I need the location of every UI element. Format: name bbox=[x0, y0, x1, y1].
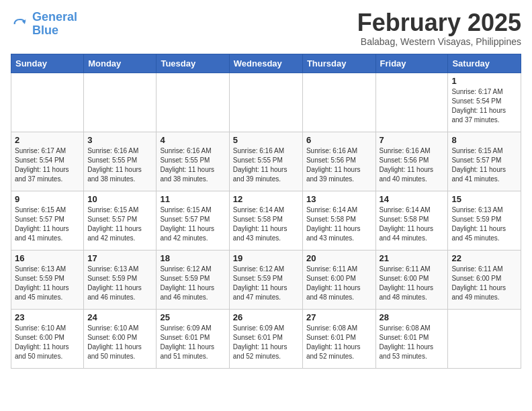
day-number: 2 bbox=[15, 135, 80, 145]
calendar-cell bbox=[11, 73, 84, 132]
day-number: 13 bbox=[306, 194, 372, 204]
day-info: Sunrise: 6:08 AM Sunset: 6:01 PM Dayligh… bbox=[306, 324, 372, 361]
calendar-cell: 8Sunrise: 6:15 AM Sunset: 5:57 PM Daylig… bbox=[448, 132, 521, 191]
weekday-header-saturday: Saturday bbox=[448, 54, 521, 73]
calendar-week-5: 23Sunrise: 6:10 AM Sunset: 6:00 PM Dayli… bbox=[11, 310, 521, 369]
day-info: Sunrise: 6:16 AM Sunset: 5:55 PM Dayligh… bbox=[160, 146, 225, 184]
calendar-cell bbox=[84, 73, 157, 132]
calendar-cell: 28Sunrise: 6:08 AM Sunset: 6:01 PM Dayli… bbox=[375, 310, 448, 369]
day-number: 11 bbox=[160, 194, 225, 204]
calendar-cell: 6Sunrise: 6:16 AM Sunset: 5:56 PM Daylig… bbox=[302, 132, 375, 191]
calendar-cell: 20Sunrise: 6:11 AM Sunset: 6:00 PM Dayli… bbox=[302, 250, 375, 310]
day-number: 15 bbox=[451, 194, 517, 204]
day-number: 26 bbox=[233, 312, 299, 322]
logo-icon bbox=[11, 15, 30, 34]
weekday-header-thursday: Thursday bbox=[302, 54, 375, 73]
day-info: Sunrise: 6:09 AM Sunset: 6:01 PM Dayligh… bbox=[160, 324, 225, 361]
day-number: 20 bbox=[306, 253, 372, 263]
day-info: Sunrise: 6:15 AM Sunset: 5:57 PM Dayligh… bbox=[15, 205, 80, 243]
day-number: 27 bbox=[306, 312, 372, 322]
day-info: Sunrise: 6:09 AM Sunset: 6:01 PM Dayligh… bbox=[233, 324, 299, 361]
weekday-header-row: SundayMondayTuesdayWednesdayThursdayFrid… bbox=[11, 54, 521, 73]
day-number: 4 bbox=[160, 135, 225, 145]
day-number: 3 bbox=[87, 135, 152, 145]
calendar-cell: 15Sunrise: 6:13 AM Sunset: 5:59 PM Dayli… bbox=[448, 191, 521, 250]
day-number: 16 bbox=[15, 253, 80, 263]
day-info: Sunrise: 6:11 AM Sunset: 6:00 PM Dayligh… bbox=[380, 265, 445, 302]
day-info: Sunrise: 6:14 AM Sunset: 5:58 PM Dayligh… bbox=[233, 205, 299, 243]
day-info: Sunrise: 6:15 AM Sunset: 5:57 PM Dayligh… bbox=[451, 146, 517, 184]
logo-text: General Blue bbox=[32, 11, 77, 38]
calendar-cell: 11Sunrise: 6:15 AM Sunset: 5:57 PM Dayli… bbox=[157, 191, 229, 250]
month-title: February 2025 bbox=[357, 11, 521, 35]
calendar-cell: 25Sunrise: 6:09 AM Sunset: 6:01 PM Dayli… bbox=[157, 310, 229, 369]
calendar-cell: 12Sunrise: 6:14 AM Sunset: 5:58 PM Dayli… bbox=[229, 191, 302, 250]
calendar-week-3: 9Sunrise: 6:15 AM Sunset: 5:57 PM Daylig… bbox=[11, 191, 521, 250]
weekday-header-friday: Friday bbox=[375, 54, 448, 73]
calendar-cell: 9Sunrise: 6:15 AM Sunset: 5:57 PM Daylig… bbox=[11, 191, 84, 250]
logo: General Blue bbox=[11, 11, 77, 38]
day-number: 21 bbox=[380, 253, 445, 263]
day-number: 6 bbox=[306, 135, 372, 145]
calendar-cell bbox=[229, 73, 302, 132]
day-number: 10 bbox=[87, 194, 152, 204]
calendar-cell: 17Sunrise: 6:13 AM Sunset: 5:59 PM Dayli… bbox=[84, 250, 157, 310]
day-info: Sunrise: 6:16 AM Sunset: 5:56 PM Dayligh… bbox=[306, 146, 372, 184]
calendar-cell: 5Sunrise: 6:16 AM Sunset: 5:55 PM Daylig… bbox=[229, 132, 302, 191]
calendar-cell: 10Sunrise: 6:15 AM Sunset: 5:57 PM Dayli… bbox=[84, 191, 157, 250]
day-number: 25 bbox=[160, 312, 225, 322]
day-info: Sunrise: 6:11 AM Sunset: 6:00 PM Dayligh… bbox=[306, 265, 372, 302]
day-info: Sunrise: 6:17 AM Sunset: 5:54 PM Dayligh… bbox=[15, 146, 80, 184]
calendar-week-1: 1Sunrise: 6:17 AM Sunset: 5:54 PM Daylig… bbox=[11, 73, 521, 132]
day-info: Sunrise: 6:13 AM Sunset: 5:59 PM Dayligh… bbox=[451, 205, 517, 243]
day-number: 12 bbox=[233, 194, 299, 204]
day-number: 9 bbox=[15, 194, 80, 204]
calendar-cell: 7Sunrise: 6:16 AM Sunset: 5:56 PM Daylig… bbox=[375, 132, 448, 191]
calendar-cell: 22Sunrise: 6:11 AM Sunset: 6:00 PM Dayli… bbox=[448, 250, 521, 310]
day-info: Sunrise: 6:11 AM Sunset: 6:00 PM Dayligh… bbox=[451, 265, 517, 302]
day-info: Sunrise: 6:16 AM Sunset: 5:55 PM Dayligh… bbox=[87, 146, 152, 184]
day-number: 1 bbox=[451, 76, 517, 86]
calendar-cell bbox=[375, 73, 448, 132]
day-info: Sunrise: 6:10 AM Sunset: 6:00 PM Dayligh… bbox=[15, 324, 80, 361]
calendar-cell: 21Sunrise: 6:11 AM Sunset: 6:00 PM Dayli… bbox=[375, 250, 448, 310]
calendar-cell: 16Sunrise: 6:13 AM Sunset: 5:59 PM Dayli… bbox=[11, 250, 84, 310]
calendar-cell: 19Sunrise: 6:12 AM Sunset: 5:59 PM Dayli… bbox=[229, 250, 302, 310]
calendar-cell: 23Sunrise: 6:10 AM Sunset: 6:00 PM Dayli… bbox=[11, 310, 84, 369]
page-header: General Blue February 2025 Balabag, West… bbox=[11, 11, 521, 47]
day-number: 8 bbox=[451, 135, 517, 145]
day-number: 24 bbox=[87, 312, 152, 322]
calendar-cell bbox=[157, 73, 229, 132]
day-number: 18 bbox=[160, 253, 225, 263]
weekday-header-tuesday: Tuesday bbox=[157, 54, 229, 73]
weekday-header-sunday: Sunday bbox=[11, 54, 84, 73]
calendar-cell: 24Sunrise: 6:10 AM Sunset: 6:00 PM Dayli… bbox=[84, 310, 157, 369]
calendar-cell: 1Sunrise: 6:17 AM Sunset: 5:54 PM Daylig… bbox=[448, 73, 521, 132]
calendar-week-2: 2Sunrise: 6:17 AM Sunset: 5:54 PM Daylig… bbox=[11, 132, 521, 191]
calendar-cell: 27Sunrise: 6:08 AM Sunset: 6:01 PM Dayli… bbox=[302, 310, 375, 369]
weekday-header-monday: Monday bbox=[84, 54, 157, 73]
calendar-cell: 26Sunrise: 6:09 AM Sunset: 6:01 PM Dayli… bbox=[229, 310, 302, 369]
day-info: Sunrise: 6:12 AM Sunset: 5:59 PM Dayligh… bbox=[160, 265, 225, 302]
calendar-cell: 4Sunrise: 6:16 AM Sunset: 5:55 PM Daylig… bbox=[157, 132, 229, 191]
day-info: Sunrise: 6:15 AM Sunset: 5:57 PM Dayligh… bbox=[160, 205, 225, 243]
title-block: February 2025 Balabag, Western Visayas, … bbox=[357, 11, 521, 47]
location-subtitle: Balabag, Western Visayas, Philippines bbox=[357, 36, 521, 47]
day-number: 5 bbox=[233, 135, 299, 145]
day-number: 14 bbox=[380, 194, 445, 204]
calendar-table: SundayMondayTuesdayWednesdayThursdayFrid… bbox=[11, 54, 521, 369]
calendar-cell: 18Sunrise: 6:12 AM Sunset: 5:59 PM Dayli… bbox=[157, 250, 229, 310]
calendar-cell: 2Sunrise: 6:17 AM Sunset: 5:54 PM Daylig… bbox=[11, 132, 84, 191]
day-info: Sunrise: 6:17 AM Sunset: 5:54 PM Dayligh… bbox=[451, 87, 517, 125]
day-number: 22 bbox=[451, 253, 517, 263]
calendar-cell bbox=[302, 73, 375, 132]
day-info: Sunrise: 6:08 AM Sunset: 6:01 PM Dayligh… bbox=[380, 324, 445, 361]
calendar-cell bbox=[448, 310, 521, 369]
day-info: Sunrise: 6:16 AM Sunset: 5:56 PM Dayligh… bbox=[380, 146, 445, 184]
day-number: 19 bbox=[233, 253, 299, 263]
calendar-cell: 3Sunrise: 6:16 AM Sunset: 5:55 PM Daylig… bbox=[84, 132, 157, 191]
calendar-cell: 13Sunrise: 6:14 AM Sunset: 5:58 PM Dayli… bbox=[302, 191, 375, 250]
day-info: Sunrise: 6:14 AM Sunset: 5:58 PM Dayligh… bbox=[380, 205, 445, 243]
calendar-cell: 14Sunrise: 6:14 AM Sunset: 5:58 PM Dayli… bbox=[375, 191, 448, 250]
day-info: Sunrise: 6:13 AM Sunset: 5:59 PM Dayligh… bbox=[87, 265, 152, 302]
